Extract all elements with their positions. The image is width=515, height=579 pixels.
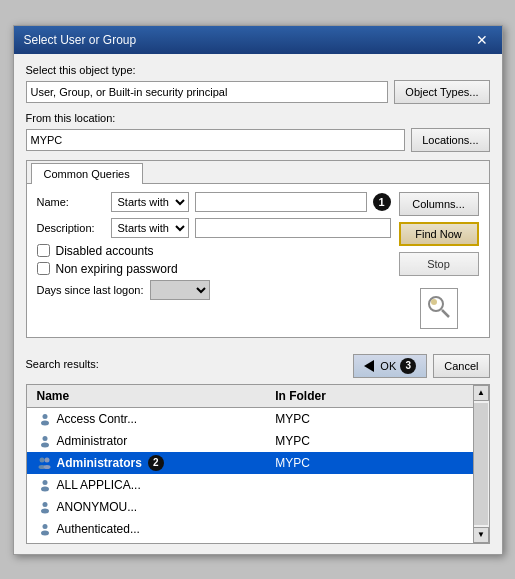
table-row[interactable]: AdministratorMYPC xyxy=(27,430,473,452)
svg-point-10 xyxy=(43,465,50,469)
location-input[interactable] xyxy=(26,129,406,151)
scrollbar[interactable]: ▲ ▼ xyxy=(473,385,489,543)
search-icon-area xyxy=(399,288,479,329)
row-icon xyxy=(37,521,53,537)
svg-point-4 xyxy=(41,420,49,425)
row-name-cell: Authenticatio... xyxy=(33,541,272,543)
ok-label: OK xyxy=(380,360,396,372)
tab-header: Common Queries xyxy=(27,161,489,184)
table-row[interactable]: ALL APPLICA... xyxy=(27,474,473,496)
results-footer: Search results: OK 3 Cancel xyxy=(26,354,490,378)
row-name-cell: Access Contr... xyxy=(33,409,272,429)
location-row: Locations... xyxy=(26,128,490,152)
svg-point-2 xyxy=(431,299,437,305)
table-row[interactable]: ANONYMOU... xyxy=(27,496,473,518)
name-dropdown[interactable]: Starts with xyxy=(111,192,189,212)
title-bar: Select User or Group ✕ xyxy=(14,26,502,54)
row-name-text: Administrator xyxy=(57,434,128,448)
svg-point-11 xyxy=(42,480,47,485)
description-label: Description: xyxy=(37,222,105,234)
row-folder-cell xyxy=(271,505,466,509)
row-icon xyxy=(37,477,53,493)
svg-line-1 xyxy=(442,310,449,317)
object-types-button[interactable]: Object Types... xyxy=(394,80,489,104)
scroll-down-button[interactable]: ▼ xyxy=(473,527,489,543)
disabled-accounts-checkbox[interactable] xyxy=(37,244,50,257)
table-rows-container: Access Contr...MYPCAdministratorMYPCAdmi… xyxy=(27,408,473,543)
search-icon xyxy=(425,293,453,321)
query-form-area: Name: Starts with 1 Description: Starts … xyxy=(37,192,391,329)
badge-2: 2 xyxy=(148,455,164,471)
results-table: Name In Folder Access Contr...MYPCAdmini… xyxy=(26,384,490,544)
search-results-label: Search results: xyxy=(26,358,99,370)
table-header: Name In Folder xyxy=(27,385,473,408)
row-name-cell: ANONYMOU... xyxy=(33,497,272,517)
arrow-icon xyxy=(364,360,374,372)
svg-point-8 xyxy=(44,457,49,462)
row-name-cell: ALL APPLICA... xyxy=(33,475,272,495)
table-row[interactable]: Administrators2MYPC xyxy=(27,452,473,474)
row-name-text: ALL APPLICA... xyxy=(57,478,141,492)
row-icon xyxy=(37,433,53,449)
description-dropdown[interactable]: Starts with xyxy=(111,218,189,238)
table-row[interactable]: Authenticated... xyxy=(27,518,473,540)
svg-point-15 xyxy=(42,524,47,529)
row-name-cell: Administrators2 xyxy=(33,453,272,473)
logon-row: Days since last logon: xyxy=(37,280,391,300)
object-type-label: Select this object type: xyxy=(26,64,490,76)
table-row[interactable]: Access Contr...MYPC xyxy=(27,408,473,430)
row-folder-cell: MYPC xyxy=(271,454,466,472)
close-button[interactable]: ✕ xyxy=(472,32,492,48)
table-row[interactable]: Authenticatio... xyxy=(27,540,473,543)
svg-point-16 xyxy=(41,530,49,535)
row-folder-cell: MYPC xyxy=(271,410,466,428)
row-folder-cell xyxy=(271,527,466,531)
col-folder-header: In Folder xyxy=(271,387,466,405)
find-now-button[interactable]: Find Now xyxy=(399,222,479,246)
name-input[interactable] xyxy=(195,192,367,212)
row-folder-cell: MYPC xyxy=(271,432,466,450)
row-icon xyxy=(37,455,53,471)
badge-3: 3 xyxy=(400,358,416,374)
search-icon-button[interactable] xyxy=(420,288,458,329)
svg-point-3 xyxy=(42,414,47,419)
svg-point-14 xyxy=(41,508,49,513)
stop-button[interactable]: Stop xyxy=(399,252,479,276)
disabled-accounts-row: Disabled accounts xyxy=(37,244,391,258)
disabled-accounts-label: Disabled accounts xyxy=(56,244,154,258)
days-select[interactable] xyxy=(150,280,210,300)
non-expiring-label: Non expiring password xyxy=(56,262,178,276)
dialog-body: Select this object type: Object Types...… xyxy=(14,54,502,348)
non-expiring-checkbox[interactable] xyxy=(37,262,50,275)
search-results-area: Search results: OK 3 Cancel Name In Fold… xyxy=(14,348,502,554)
object-type-input[interactable] xyxy=(26,81,389,103)
row-name-text: ANONYMOU... xyxy=(57,500,138,514)
location-label: From this location: xyxy=(26,112,490,124)
row-folder-cell xyxy=(271,483,466,487)
object-type-row: Object Types... xyxy=(26,80,490,104)
name-label: Name: xyxy=(37,196,105,208)
svg-point-13 xyxy=(42,502,47,507)
badge-1: 1 xyxy=(373,193,391,211)
description-row: Description: Starts with xyxy=(37,218,391,238)
ok-button[interactable]: OK 3 xyxy=(353,354,427,378)
common-queries-tab: Common Queries Name: Starts with 1 xyxy=(26,160,490,338)
row-name-cell: Authenticated... xyxy=(33,519,272,539)
cancel-button[interactable]: Cancel xyxy=(433,354,489,378)
row-name-cell: Administrator xyxy=(33,431,272,451)
row-icon xyxy=(37,499,53,515)
right-buttons: Columns... Find Now Stop xyxy=(399,192,479,329)
columns-button[interactable]: Columns... xyxy=(399,192,479,216)
locations-button[interactable]: Locations... xyxy=(411,128,489,152)
row-name-text: Access Contr... xyxy=(57,412,138,426)
query-content-flex: Name: Starts with 1 Description: Starts … xyxy=(37,192,479,329)
description-input[interactable] xyxy=(195,218,391,238)
tab-common-queries[interactable]: Common Queries xyxy=(31,163,143,184)
col-name-header: Name xyxy=(33,387,272,405)
scroll-up-button[interactable]: ▲ xyxy=(473,385,489,401)
dialog-title: Select User or Group xyxy=(24,33,137,47)
scroll-track[interactable] xyxy=(474,403,488,525)
non-expiring-row: Non expiring password xyxy=(37,262,391,276)
results-inner: Name In Folder Access Contr...MYPCAdmini… xyxy=(27,385,473,543)
svg-point-5 xyxy=(42,436,47,441)
